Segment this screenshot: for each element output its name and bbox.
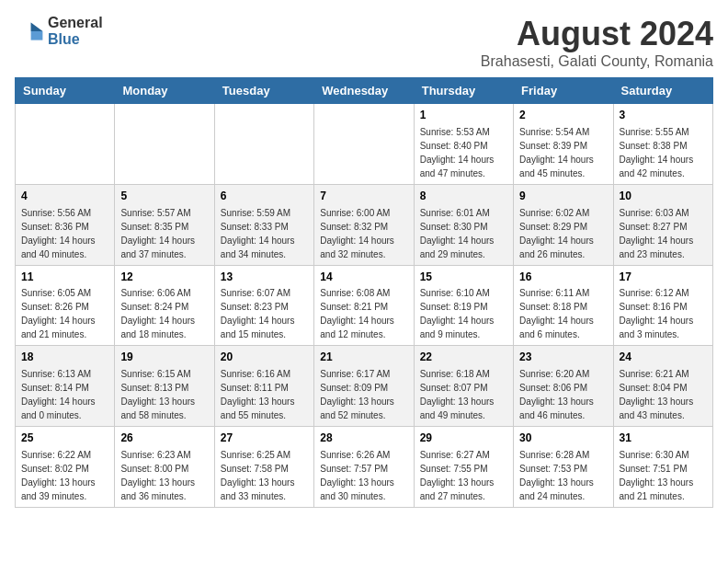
- calendar-cell: [214, 104, 313, 185]
- header-thursday: Thursday: [414, 78, 513, 104]
- calendar-cell: 18Sunrise: 6:13 AM Sunset: 8:14 PM Dayli…: [16, 346, 115, 427]
- header-sunday: Sunday: [16, 78, 115, 104]
- day-number: 27: [221, 431, 308, 446]
- day-info: Sunrise: 6:27 AM Sunset: 7:55 PM Dayligh…: [420, 448, 507, 503]
- subtitle: Brahasesti, Galati County, Romania: [481, 53, 713, 70]
- day-info: Sunrise: 6:15 AM Sunset: 8:13 PM Dayligh…: [120, 367, 208, 422]
- day-info: Sunrise: 6:16 AM Sunset: 8:11 PM Dayligh…: [221, 367, 308, 422]
- header-tuesday: Tuesday: [214, 78, 313, 104]
- calendar-cell: 17Sunrise: 6:12 AM Sunset: 8:16 PM Dayli…: [613, 265, 712, 346]
- day-info: Sunrise: 6:12 AM Sunset: 8:16 PM Dayligh…: [620, 286, 707, 341]
- day-number: 25: [21, 431, 108, 446]
- day-number: 22: [420, 350, 507, 365]
- day-number: 17: [620, 270, 707, 285]
- day-number: 19: [120, 350, 208, 365]
- header-saturday: Saturday: [613, 78, 712, 104]
- day-info: Sunrise: 5:56 AM Sunset: 8:36 PM Dayligh…: [21, 206, 108, 261]
- day-info: Sunrise: 6:21 AM Sunset: 8:04 PM Dayligh…: [620, 367, 707, 422]
- day-info: Sunrise: 5:55 AM Sunset: 8:38 PM Dayligh…: [620, 125, 707, 180]
- day-number: 21: [320, 350, 407, 365]
- calendar-cell: 7Sunrise: 6:00 AM Sunset: 8:32 PM Daylig…: [314, 184, 414, 265]
- logo-icon: [15, 17, 44, 46]
- day-info: Sunrise: 5:53 AM Sunset: 8:40 PM Dayligh…: [420, 125, 507, 180]
- day-info: Sunrise: 5:57 AM Sunset: 8:35 PM Dayligh…: [120, 206, 208, 261]
- calendar-cell: 28Sunrise: 6:26 AM Sunset: 7:57 PM Dayli…: [314, 427, 414, 508]
- svg-marker-2: [31, 31, 43, 40]
- title-area: August 2024 Brahasesti, Galati County, R…: [481, 15, 713, 70]
- calendar-cell: 6Sunrise: 5:59 AM Sunset: 8:33 PM Daylig…: [214, 184, 313, 265]
- day-info: Sunrise: 5:59 AM Sunset: 8:33 PM Dayligh…: [221, 206, 308, 261]
- calendar-week-5: 25Sunrise: 6:22 AM Sunset: 8:02 PM Dayli…: [16, 427, 713, 508]
- day-number: 1: [420, 108, 507, 123]
- logo-blue-text: Blue: [48, 31, 103, 48]
- day-number: 30: [519, 431, 607, 446]
- day-info: Sunrise: 6:01 AM Sunset: 8:30 PM Dayligh…: [420, 206, 507, 261]
- calendar-cell: 9Sunrise: 6:02 AM Sunset: 8:29 PM Daylig…: [514, 184, 613, 265]
- calendar-cell: 25Sunrise: 6:22 AM Sunset: 8:02 PM Dayli…: [16, 427, 115, 508]
- main-title: August 2024: [481, 15, 713, 53]
- calendar-cell: 19Sunrise: 6:15 AM Sunset: 8:13 PM Dayli…: [115, 346, 214, 427]
- calendar-cell: 8Sunrise: 6:01 AM Sunset: 8:30 PM Daylig…: [414, 184, 513, 265]
- day-info: Sunrise: 6:06 AM Sunset: 8:24 PM Dayligh…: [120, 286, 208, 341]
- day-number: 11: [21, 270, 108, 285]
- calendar-cell: 20Sunrise: 6:16 AM Sunset: 8:11 PM Dayli…: [214, 346, 313, 427]
- day-number: 23: [519, 350, 607, 365]
- day-number: 20: [221, 350, 308, 365]
- day-number: 5: [120, 189, 208, 204]
- calendar-week-4: 18Sunrise: 6:13 AM Sunset: 8:14 PM Dayli…: [16, 346, 713, 427]
- calendar-cell: 21Sunrise: 6:17 AM Sunset: 8:09 PM Dayli…: [314, 346, 414, 427]
- day-info: Sunrise: 6:02 AM Sunset: 8:29 PM Dayligh…: [519, 206, 607, 261]
- day-number: 28: [320, 431, 407, 446]
- day-info: Sunrise: 6:25 AM Sunset: 7:58 PM Dayligh…: [221, 448, 308, 503]
- day-number: 26: [120, 431, 208, 446]
- day-number: 12: [120, 270, 208, 285]
- day-info: Sunrise: 6:17 AM Sunset: 8:09 PM Dayligh…: [320, 367, 407, 422]
- day-info: Sunrise: 6:13 AM Sunset: 8:14 PM Dayligh…: [21, 367, 108, 422]
- calendar-week-3: 11Sunrise: 6:05 AM Sunset: 8:26 PM Dayli…: [16, 265, 713, 346]
- calendar-cell: 29Sunrise: 6:27 AM Sunset: 7:55 PM Dayli…: [414, 427, 513, 508]
- day-number: 18: [21, 350, 108, 365]
- day-number: 6: [221, 189, 308, 204]
- day-number: 2: [519, 108, 607, 123]
- day-info: Sunrise: 6:11 AM Sunset: 8:18 PM Dayligh…: [519, 286, 607, 341]
- calendar-cell: 14Sunrise: 6:08 AM Sunset: 8:21 PM Dayli…: [314, 265, 414, 346]
- calendar-cell: 5Sunrise: 5:57 AM Sunset: 8:35 PM Daylig…: [115, 184, 214, 265]
- calendar-cell: 4Sunrise: 5:56 AM Sunset: 8:36 PM Daylig…: [16, 184, 115, 265]
- logo-general-text: General: [48, 15, 103, 31]
- calendar-cell: [314, 104, 414, 185]
- calendar-cell: 30Sunrise: 6:28 AM Sunset: 7:53 PM Dayli…: [514, 427, 613, 508]
- day-number: 15: [420, 270, 507, 285]
- calendar-cell: 13Sunrise: 6:07 AM Sunset: 8:23 PM Dayli…: [214, 265, 313, 346]
- calendar-cell: 24Sunrise: 6:21 AM Sunset: 8:04 PM Dayli…: [613, 346, 712, 427]
- day-info: Sunrise: 6:08 AM Sunset: 8:21 PM Dayligh…: [320, 286, 407, 341]
- day-number: 31: [620, 431, 707, 446]
- page-header: General Blue August 2024 Brahasesti, Gal…: [15, 15, 713, 70]
- day-number: 3: [620, 108, 707, 123]
- day-info: Sunrise: 6:20 AM Sunset: 8:06 PM Dayligh…: [519, 367, 607, 422]
- calendar-cell: 27Sunrise: 6:25 AM Sunset: 7:58 PM Dayli…: [214, 427, 313, 508]
- calendar-cell: 31Sunrise: 6:30 AM Sunset: 7:51 PM Dayli…: [613, 427, 712, 508]
- calendar-table: SundayMondayTuesdayWednesdayThursdayFrid…: [15, 77, 713, 508]
- day-number: 10: [620, 189, 707, 204]
- calendar-cell: [16, 104, 115, 185]
- calendar-cell: 10Sunrise: 6:03 AM Sunset: 8:27 PM Dayli…: [613, 184, 712, 265]
- day-info: Sunrise: 6:00 AM Sunset: 8:32 PM Dayligh…: [320, 206, 407, 261]
- calendar-cell: [115, 104, 214, 185]
- calendar-cell: 22Sunrise: 6:18 AM Sunset: 8:07 PM Dayli…: [414, 346, 513, 427]
- day-info: Sunrise: 5:54 AM Sunset: 8:39 PM Dayligh…: [519, 125, 607, 180]
- day-number: 24: [620, 350, 707, 365]
- day-info: Sunrise: 6:22 AM Sunset: 8:02 PM Dayligh…: [21, 448, 108, 503]
- day-number: 4: [21, 189, 108, 204]
- calendar-week-1: 1Sunrise: 5:53 AM Sunset: 8:40 PM Daylig…: [16, 104, 713, 185]
- day-number: 7: [320, 189, 407, 204]
- day-info: Sunrise: 6:30 AM Sunset: 7:51 PM Dayligh…: [620, 448, 707, 503]
- calendar-cell: 16Sunrise: 6:11 AM Sunset: 8:18 PM Dayli…: [514, 265, 613, 346]
- calendar-cell: 15Sunrise: 6:10 AM Sunset: 8:19 PM Dayli…: [414, 265, 513, 346]
- calendar-cell: 12Sunrise: 6:06 AM Sunset: 8:24 PM Dayli…: [115, 265, 214, 346]
- day-number: 13: [221, 270, 308, 285]
- calendar-cell: 23Sunrise: 6:20 AM Sunset: 8:06 PM Dayli…: [514, 346, 613, 427]
- calendar-cell: 2Sunrise: 5:54 AM Sunset: 8:39 PM Daylig…: [514, 104, 613, 185]
- day-number: 16: [519, 270, 607, 285]
- header-monday: Monday: [115, 78, 214, 104]
- day-info: Sunrise: 6:10 AM Sunset: 8:19 PM Dayligh…: [420, 286, 507, 341]
